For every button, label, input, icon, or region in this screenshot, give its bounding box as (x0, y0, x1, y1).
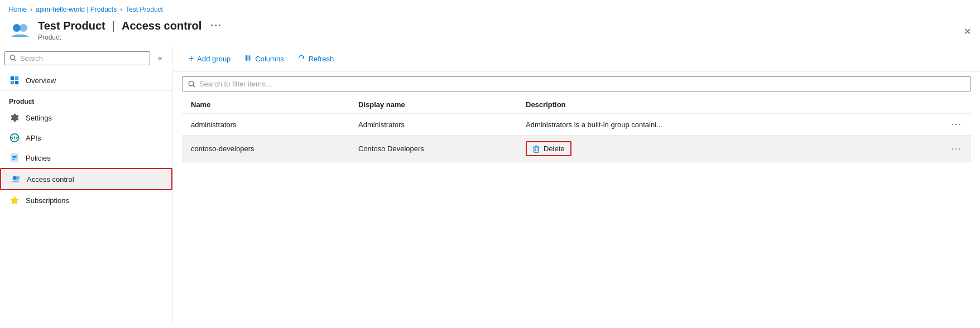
breadcrumb-test-product[interactable]: Test Product (126, 6, 163, 13)
apis-label: APIs (26, 134, 41, 142)
delete-button[interactable]: Delete (526, 141, 571, 156)
sidebar-item-subscriptions[interactable]: Subscriptions (0, 190, 172, 210)
row-name: administrators (182, 114, 349, 136)
close-button[interactable]: ✕ (964, 26, 971, 37)
settings-icon (9, 112, 20, 123)
policies-label: Policies (26, 154, 51, 162)
refresh-icon (297, 54, 305, 64)
col-actions (859, 96, 971, 114)
apis-icon (9, 132, 20, 143)
filter-input-box[interactable] (182, 76, 971, 91)
overview-icon (9, 75, 20, 86)
header-subtitle: Product (38, 33, 971, 41)
filter-search-input[interactable] (199, 80, 965, 88)
page-section: Access control (122, 20, 201, 32)
svg-point-1 (20, 24, 27, 32)
main-content: + Add group Columns (173, 46, 980, 324)
subscriptions-icon (9, 195, 20, 206)
columns-label: Columns (255, 55, 284, 63)
search-icon (9, 54, 17, 62)
svg-point-0 (13, 24, 21, 32)
svg-point-2 (10, 55, 15, 60)
row-actions: ··· (859, 136, 971, 162)
table-container: Name Display name Description administra… (173, 96, 980, 324)
row-display-name: Administrators (349, 114, 517, 136)
access-control-label: Access control (27, 175, 74, 184)
page-header: Test Product | Access control ··· Produc… (0, 17, 980, 46)
refresh-button[interactable]: Refresh (291, 51, 341, 67)
product-icon (9, 19, 31, 41)
svg-line-3 (14, 59, 16, 61)
row-actions: ··· (859, 114, 971, 136)
row-more-button[interactable]: ··· (952, 119, 962, 129)
add-icon: + (189, 54, 194, 64)
sidebar: « Overview Product Settings (0, 46, 173, 324)
collapse-button[interactable]: « (152, 50, 168, 66)
groups-table: Name Display name Description administra… (182, 96, 971, 162)
sidebar-search-row: « (0, 46, 172, 70)
table-row: administrators Administrators Administra… (182, 114, 971, 136)
svg-rect-6 (11, 81, 14, 84)
col-name: Name (182, 96, 349, 114)
overview-label: Overview (26, 76, 56, 85)
sidebar-section-label: Product (0, 90, 172, 108)
delete-icon (532, 145, 540, 153)
row-description: Administrators is a built-in group conta… (517, 114, 859, 136)
access-control-icon (10, 173, 21, 185)
filter-bar (173, 72, 980, 96)
svg-rect-23 (534, 147, 539, 152)
breadcrumb-products[interactable]: apim-hello-world | Products (36, 6, 117, 13)
add-group-label: Add group (197, 55, 230, 63)
refresh-label: Refresh (309, 55, 334, 63)
toolbar: + Add group Columns (173, 46, 980, 72)
filter-search-icon (188, 80, 196, 88)
svg-point-21 (189, 81, 194, 86)
settings-label: Settings (26, 114, 52, 122)
row-display-name: Contoso Developers (349, 136, 517, 162)
svg-rect-4 (11, 76, 14, 80)
columns-button[interactable]: Columns (237, 51, 290, 67)
col-display-name: Display name (349, 96, 517, 114)
delete-label: Delete (544, 144, 565, 153)
row-description: Delete (517, 136, 859, 162)
policies-icon (9, 152, 20, 163)
header-more-button[interactable]: ··· (210, 20, 222, 32)
svg-point-14 (16, 176, 20, 180)
header-text: Test Product | Access control ··· Produc… (38, 20, 971, 41)
svg-line-22 (193, 85, 195, 87)
svg-marker-15 (11, 196, 18, 204)
header-title: Test Product | Access control ··· (38, 20, 971, 32)
sidebar-search-box[interactable] (4, 51, 150, 65)
table-row: contoso-developers Contoso Developers (182, 136, 971, 162)
product-name: Test Product (38, 20, 105, 32)
sidebar-item-overview[interactable]: Overview (0, 70, 172, 90)
breadcrumb-home[interactable]: Home (9, 6, 27, 13)
sidebar-item-apis[interactable]: APIs (0, 128, 172, 148)
col-description: Description (517, 96, 859, 114)
add-group-button[interactable]: + Add group (182, 50, 237, 67)
sidebar-item-access-control[interactable]: Access control (0, 168, 172, 190)
sidebar-item-policies[interactable]: Policies (0, 148, 172, 168)
svg-rect-5 (15, 76, 18, 80)
sidebar-item-settings[interactable]: Settings (0, 108, 172, 128)
breadcrumb: Home › apim-hello-world | Products › Tes… (0, 0, 980, 17)
svg-rect-7 (15, 81, 18, 84)
row-more-button[interactable]: ··· (952, 144, 962, 154)
columns-icon (244, 54, 252, 64)
sidebar-search-input[interactable] (20, 54, 145, 62)
row-name: contoso-developers (182, 136, 349, 162)
subscriptions-label: Subscriptions (26, 196, 69, 205)
